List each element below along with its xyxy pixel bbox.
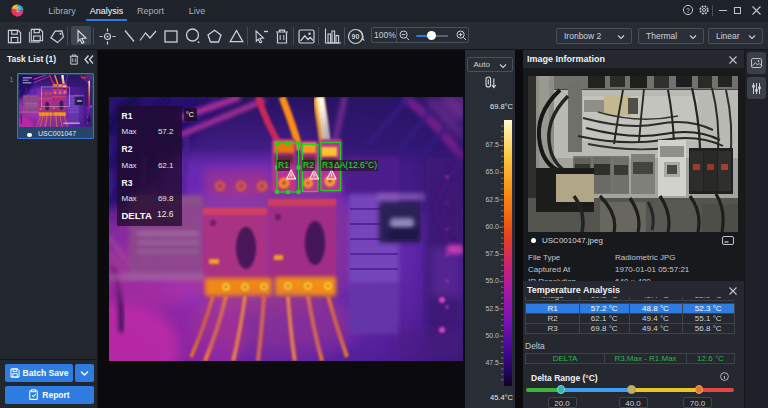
svg-text:?: ? — [686, 7, 690, 14]
svg-text:90: 90 — [352, 33, 360, 40]
